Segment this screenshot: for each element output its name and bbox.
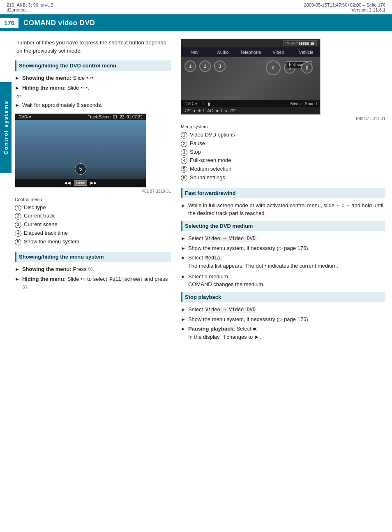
navi-item-navi[interactable]: Navi	[181, 49, 209, 56]
meta-left: 216_AKB; 3; 90, en-US d2ureepe,	[7, 2, 53, 12]
bullet-arrow-10: ►	[181, 273, 186, 280]
navi-menu-row: Navi Audio Telephone Video Vehicle	[181, 47, 320, 57]
fan-icon2: ♦	[225, 109, 227, 113]
page-title-bar: 176 COMAND video DVD	[0, 14, 392, 31]
control-menu-list: 1Disc type 2Current track 3Current scene…	[15, 204, 171, 246]
ms-text-4: Full-screen mode	[190, 156, 231, 165]
list-item: 2Pause	[181, 139, 385, 148]
circle-2: 2	[15, 213, 21, 220]
ms-circle-3: 3	[181, 149, 187, 156]
section4-text4: Select a medium.COMAND changes the mediu…	[188, 273, 265, 289]
heat-icon: ★ 1	[198, 109, 205, 113]
section1-item2: ► Hiding the menu: Slide •○•.	[15, 84, 171, 92]
section4-item2: ► Show the menu system, if necessary (▷ …	[181, 244, 385, 252]
navi-num-3: 3	[214, 60, 226, 72]
navi-num-2: 2	[199, 60, 211, 72]
fan-icon: ♦	[193, 109, 195, 113]
section5-item3: ► Pausing playback: Select ■.In the disp…	[181, 325, 385, 341]
dvd-menu-bar: ◀◀ Menu ▶▶	[15, 179, 146, 187]
bullet-arrow-5: ►	[15, 275, 20, 283]
ac-label: AC	[208, 109, 213, 113]
dvd-screen: DVD-V Track Scene 01 22 01:07:32 1 2 3 4…	[15, 114, 146, 187]
section4-header: Selecting the DVD medium	[181, 221, 385, 231]
bullet-arrow-3: ►	[15, 102, 20, 109]
ms-circle-4: 4	[181, 157, 187, 164]
temp-left: 72°	[184, 109, 191, 113]
list-item: 4Elapsed track time	[15, 229, 171, 238]
page-number: 176	[0, 18, 18, 28]
section4-item4: ► Select a medium.COMAND changes the med…	[181, 273, 385, 289]
navi-top-bar: READY ▮▮▮▮▮ ☕	[181, 39, 320, 47]
section5-item2: ► Show the menu system, if necessary (▷ …	[181, 315, 385, 324]
menu-system-caption: Menu system	[181, 124, 385, 129]
list-item: 1Disc type	[15, 204, 171, 212]
list-item: 2Current track	[15, 212, 171, 220]
dvd-prev-btn: ◀◀	[64, 180, 71, 185]
list-item: 3Current scene	[15, 220, 171, 229]
bullet-arrow-4: ►	[15, 266, 20, 273]
section2-item2: ► Hiding the menu: Slide •○ to select Fu…	[15, 275, 171, 291]
meta-right: 2009-05-15T11:47:50+02:00 – Seite 176 Ve…	[304, 2, 385, 12]
section3-text: While in full-screen mode or with activa…	[188, 201, 385, 217]
item-text-5: Show the menu system	[24, 238, 79, 246]
main-content: number of times you have to press the sh…	[0, 31, 392, 350]
section5-text2: Show the menu system, if necessary (▷ pa…	[188, 315, 309, 324]
ms-circle-2: 2	[181, 141, 187, 147]
intro-text: number of times you have to press the sh…	[15, 39, 171, 55]
navi-pause: ⏸	[201, 102, 205, 106]
ms-text-3: Stop	[190, 148, 201, 157]
navi-screen-image: READY ▮▮▮▮▮ ☕ Navi Audio Telephone Video…	[181, 39, 321, 115]
bullet-arrow-12: ►	[181, 316, 186, 323]
navi-num-1: 1	[184, 60, 196, 72]
item-text-4: Elapsed track time	[24, 229, 68, 238]
item-text-1: Disc type	[24, 204, 46, 212]
img-ref-1: P82 87-3310-31	[15, 189, 171, 194]
num-5: 5	[75, 163, 86, 175]
navi-screen: READY ▮▮▮▮▮ ☕ Navi Audio Telephone Video…	[181, 39, 320, 114]
navi-item-audio[interactable]: Audio	[209, 49, 237, 56]
navi-stop: ▮	[208, 102, 210, 106]
list-item: 1Video DVD options	[181, 131, 385, 139]
item-text-3: Current scene	[24, 220, 58, 229]
section5-text1: Select Video → Video DVD.	[188, 305, 258, 314]
section5-text3: Pausing playback: Select ■.In the displa…	[188, 325, 261, 341]
circle-3: 3	[15, 222, 21, 228]
section5-header: Stop playback	[181, 292, 385, 302]
ms-circle-6: 6	[181, 175, 187, 181]
left-column: number of times you have to press the sh…	[15, 39, 171, 342]
list-item: 3Stop	[181, 148, 385, 157]
ms-text-6: Sound settings	[190, 173, 225, 182]
navi-item-vehicle[interactable]: Vehicle	[292, 49, 320, 56]
img-ref-2: P82 87-3311-31	[181, 116, 385, 121]
dvd-top-bar: DVD-V Track Scene 01 22 01:07:32	[15, 114, 146, 120]
bullet-arrow-2: ►	[15, 84, 20, 92]
bullet-arrow-6: ►	[181, 202, 186, 209]
section5-item1: ► Select Video → Video DVD.	[181, 305, 385, 314]
bullet-arrow-1: ►	[15, 74, 20, 82]
navi-media: Media	[291, 102, 302, 106]
item-text-2: Current track	[24, 212, 55, 220]
section3-header: Fast forward/rewind	[181, 188, 385, 198]
menu-system-list: 1Video DVD options 2Pause 3Stop 4Full-sc…	[181, 131, 385, 182]
bullet-arrow-7: ►	[181, 235, 186, 242]
section1-item3-text: Wait for approximately 8 seconds.	[22, 101, 102, 109]
sidebar-label-text: Control systems	[3, 100, 9, 155]
section4-text3: Select Media.The media list appears. The…	[188, 254, 338, 270]
navi-dvd-v: DVD-V	[184, 102, 197, 106]
list-item: 4Full-screen mode	[181, 156, 385, 165]
bullet-arrow-9: ►	[181, 254, 186, 261]
navi-sound: Sound	[305, 102, 317, 106]
section4-text1: Select Video → Video DVD.	[188, 234, 258, 243]
navi-bottom-bar: DVD-V ⏸ ▮ Media Sound	[181, 100, 320, 107]
ms-circle-5: 5	[181, 166, 187, 173]
ms-text-5: Medium selection	[190, 165, 231, 173]
section2-item2-text: Hiding the menu: Slide •○ to select Full…	[22, 275, 171, 291]
navi-item-video[interactable]: Video	[265, 49, 293, 56]
section1-item2-text: Hiding the menu: Slide •○•.	[22, 84, 89, 92]
navi-item-telephone[interactable]: Telephone	[237, 49, 265, 56]
navi-bottom-controls: 72° ♦ ★ 1 AC ★ 1 ♦ 72°	[181, 107, 320, 114]
section2-item1-text: Showing the menu: Press ☉.	[22, 265, 95, 273]
section2-item1: ► Showing the menu: Press ☉.	[15, 265, 171, 273]
list-item: 5Show the menu system	[15, 238, 171, 246]
navi-content-area: 1 2 3 4 5 Full screen 6	[181, 57, 320, 100]
